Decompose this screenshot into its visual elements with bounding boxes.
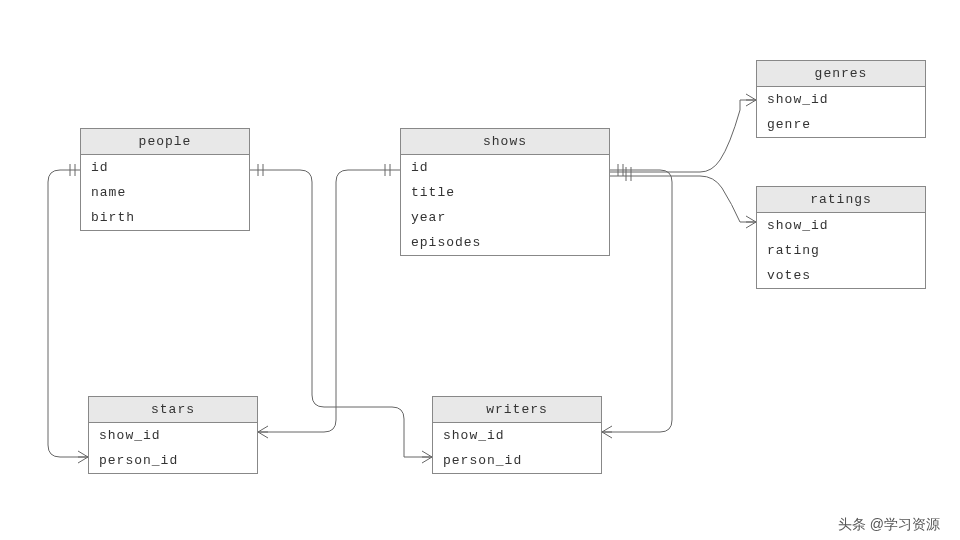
entity-shows: shows id title year episodes	[400, 128, 610, 256]
svg-line-17	[602, 426, 612, 432]
entity-people-field-birth: birth	[81, 205, 249, 230]
svg-line-12	[258, 426, 268, 432]
entity-people: people id name birth	[80, 128, 250, 231]
entity-ratings-title: ratings	[757, 187, 925, 213]
svg-line-18	[602, 432, 612, 438]
entity-people-field-id: id	[81, 155, 249, 180]
entity-shows-field-title: title	[401, 180, 609, 205]
svg-line-13	[258, 432, 268, 438]
entity-ratings: ratings show_id rating votes	[756, 186, 926, 289]
svg-line-20	[746, 94, 756, 100]
entity-genres-field-genre: genre	[757, 112, 925, 137]
entity-shows-title: shows	[401, 129, 609, 155]
entity-writers-title: writers	[433, 397, 601, 423]
svg-line-23	[746, 216, 756, 222]
entity-writers-field-showid: show_id	[433, 423, 601, 448]
entity-writers-field-personid: person_id	[433, 448, 601, 473]
entity-writers: writers show_id person_id	[432, 396, 602, 474]
svg-line-7	[422, 451, 432, 457]
entity-ratings-field-votes: votes	[757, 263, 925, 288]
entity-shows-field-id: id	[401, 155, 609, 180]
entity-ratings-field-rating: rating	[757, 238, 925, 263]
entity-shows-field-episodes: episodes	[401, 230, 609, 255]
svg-line-8	[422, 457, 432, 463]
entity-shows-field-year: year	[401, 205, 609, 230]
entity-stars-title: stars	[89, 397, 257, 423]
svg-line-3	[78, 457, 88, 463]
entity-stars-field-showid: show_id	[89, 423, 257, 448]
entity-stars-field-personid: person_id	[89, 448, 257, 473]
svg-line-2	[78, 451, 88, 457]
entity-ratings-field-showid: show_id	[757, 213, 925, 238]
watermark-text: 头条 @学习资源	[838, 516, 940, 534]
svg-line-21	[746, 100, 756, 106]
entity-genres-title: genres	[757, 61, 925, 87]
entity-people-title: people	[81, 129, 249, 155]
entity-genres: genres show_id genre	[756, 60, 926, 138]
entity-stars: stars show_id person_id	[88, 396, 258, 474]
entity-genres-field-showid: show_id	[757, 87, 925, 112]
svg-line-24	[746, 222, 756, 228]
entity-people-field-name: name	[81, 180, 249, 205]
